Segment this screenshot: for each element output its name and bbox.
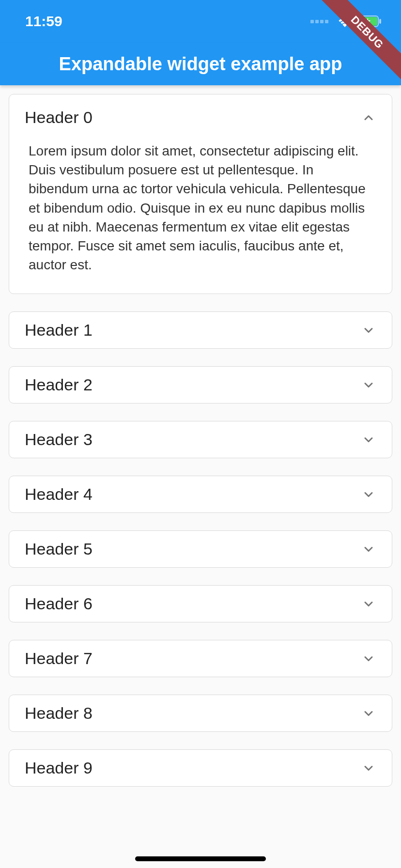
expandable-header[interactable]: Header 6 xyxy=(9,586,392,622)
chevron-down-icon xyxy=(361,596,376,612)
status-bar: 11:59 xyxy=(0,0,401,43)
card-title: Header 2 xyxy=(25,375,93,394)
expandable-item-8: Header 8 xyxy=(9,695,392,732)
expandable-header[interactable]: Header 5 xyxy=(9,531,392,567)
expandable-item-1: Header 1 xyxy=(9,311,392,349)
app-bar: Expandable widget example app xyxy=(0,43,401,85)
status-indicators xyxy=(310,15,382,28)
chevron-down-icon xyxy=(361,432,376,448)
battery-icon xyxy=(357,16,382,27)
expandable-header[interactable]: Header 7 xyxy=(9,640,392,677)
chevron-down-icon xyxy=(361,651,376,666)
expandable-list[interactable]: Header 0 Lorem ipsum dolor sit amet, con… xyxy=(0,85,401,813)
expandable-header[interactable]: Header 9 xyxy=(9,750,392,786)
expandable-header[interactable]: Header 4 xyxy=(9,476,392,512)
expandable-item-0: Header 0 Lorem ipsum dolor sit amet, con… xyxy=(9,94,392,294)
expandable-item-6: Header 6 xyxy=(9,585,392,622)
svg-rect-1 xyxy=(379,19,381,24)
card-title: Header 5 xyxy=(25,540,93,558)
expandable-item-5: Header 5 xyxy=(9,530,392,568)
chevron-down-icon xyxy=(361,487,376,502)
card-title: Header 3 xyxy=(25,430,93,449)
chevron-down-icon xyxy=(361,706,376,721)
chevron-down-icon xyxy=(361,323,376,338)
chevron-up-icon xyxy=(361,110,376,125)
card-title: Header 8 xyxy=(25,704,93,723)
expandable-header[interactable]: Header 1 xyxy=(9,312,392,348)
wifi-icon xyxy=(337,15,353,28)
status-time: 11:59 xyxy=(25,13,62,30)
expandable-item-3: Header 3 xyxy=(9,421,392,458)
expandable-item-9: Header 9 xyxy=(9,749,392,787)
card-title: Header 6 xyxy=(25,594,93,613)
chevron-down-icon xyxy=(361,377,376,393)
expandable-header[interactable]: Header 0 xyxy=(9,94,392,137)
chevron-down-icon xyxy=(361,760,376,776)
cellular-signal-icon xyxy=(310,20,328,23)
expandable-header[interactable]: Header 2 xyxy=(9,367,392,403)
expandable-item-4: Header 4 xyxy=(9,476,392,513)
card-title: Header 7 xyxy=(25,649,93,668)
home-indicator[interactable] xyxy=(135,856,266,861)
card-title: Header 0 xyxy=(25,108,93,127)
card-title: Header 4 xyxy=(25,485,93,504)
app-title: Expandable widget example app xyxy=(59,54,342,75)
expandable-header[interactable]: Header 8 xyxy=(9,695,392,731)
expandable-item-7: Header 7 xyxy=(9,640,392,677)
card-body: Lorem ipsum dolor sit amet, consectetur … xyxy=(9,137,392,294)
card-title: Header 9 xyxy=(25,759,93,777)
chevron-down-icon xyxy=(361,542,376,557)
expandable-header[interactable]: Header 3 xyxy=(9,421,392,458)
card-title: Header 1 xyxy=(25,321,93,340)
expandable-item-2: Header 2 xyxy=(9,366,392,403)
